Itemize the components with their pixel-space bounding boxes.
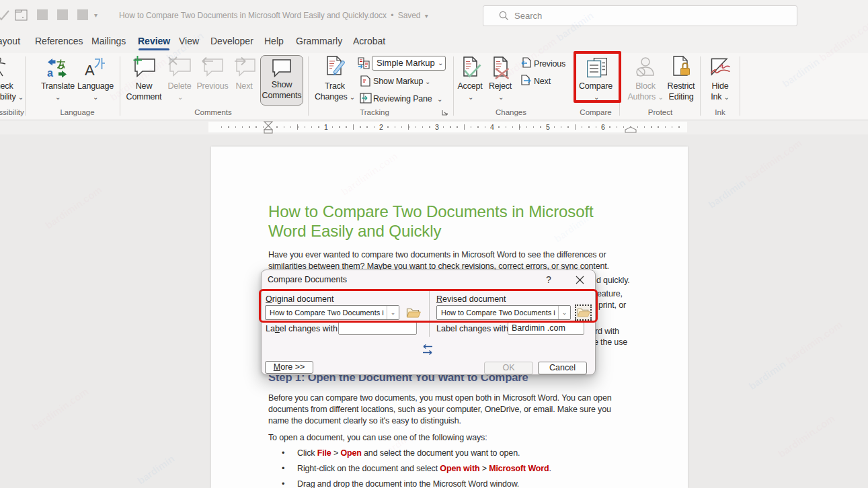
svg-text:A: A	[85, 62, 95, 77]
svg-text:a: a	[47, 67, 53, 78]
